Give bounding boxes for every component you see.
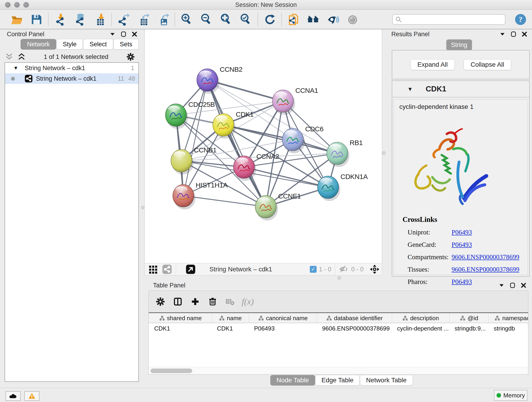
left-splitter-handle[interactable] [141,206,145,209]
panel-close-icon[interactable] [132,31,138,37]
selected-nodes-checkbox[interactable]: ✓ [310,266,317,273]
bottom-splitter-handle[interactable] [337,276,341,280]
cloud-status-button[interactable] [6,391,21,401]
delete-column-icon[interactable] [207,296,218,307]
selected-count: 1 - 0 [319,266,331,273]
panel-close-icon[interactable] [521,31,527,37]
tab-select[interactable]: Select [83,39,113,50]
network-badge-icon[interactable] [162,264,172,274]
import-table-icon[interactable] [90,12,109,27]
table-cell[interactable]: 9606.ENSP00000378699 [317,323,392,334]
network-node-CDC25B[interactable] [165,104,188,129]
export-image-icon[interactable] [153,12,173,27]
crosslink-link[interactable]: 9606.ENSP00000378699 [452,266,519,273]
table-row[interactable]: CDK1CDK1P064939606.ENSP00000378699cyclin… [149,323,528,334]
network-node-CCNB2[interactable] [197,69,220,94]
gene-name: CDK1 [426,85,446,93]
tab-network-table[interactable]: Network Table [360,375,413,385]
open-view-in-window-icon[interactable] [186,264,196,274]
network-options-gear-icon[interactable] [126,52,135,61]
panel-float-icon[interactable] [120,31,127,37]
create-column-icon[interactable] [190,296,201,307]
table-cell[interactable]: CDK1 [149,323,212,334]
panel-menu-icon[interactable] [109,31,115,37]
table-horizontal-scrollbar[interactable] [149,367,528,374]
right-splitter-handle[interactable] [382,151,386,155]
scrollbar-thumb[interactable] [151,369,192,373]
collapse-all-button[interactable]: Collapse All [463,59,511,70]
network-node-CDKN1A[interactable] [317,176,340,201]
network-node-CDC6[interactable] [282,128,305,153]
table-tabs: Node Table Edge Table Network Table [270,375,413,385]
column-header-name[interactable]: name [212,313,249,323]
tab-string[interactable]: String [446,39,472,51]
refresh-icon[interactable] [260,12,279,27]
tab-style[interactable]: Style [56,39,83,50]
import-network-icon[interactable] [51,12,70,27]
string-homes-icon[interactable] [303,12,323,27]
panel-close-icon[interactable] [520,282,526,288]
network-row-selected[interactable]: String Network – cdk1 11 48 [5,73,138,84]
search-input[interactable] [392,14,505,25]
hide-labels-icon[interactable] [323,12,343,27]
tab-network[interactable]: Network [21,39,56,50]
show-columns-icon[interactable] [172,296,184,307]
import-database-icon[interactable] [70,12,90,27]
column-header-namespace[interactable]: namespace [489,313,528,323]
expand-all-networks-icon[interactable] [17,53,26,61]
node-label-CDK1: CDK1 [236,110,254,118]
collection-label: String Network – cdk1 [25,65,85,72]
panel-float-icon[interactable] [510,31,516,37]
panel-menu-icon[interactable] [499,282,505,288]
collapse-all-networks-icon[interactable] [5,53,14,61]
zoom-out-icon[interactable] [196,12,216,27]
zoom-selected-icon[interactable] [236,12,256,27]
network-node-RB1[interactable] [327,142,349,167]
save-session-icon[interactable] [27,12,46,27]
network-node-CCNE1[interactable] [255,196,278,220]
open-session-icon[interactable] [7,12,27,27]
toolbar-separator [111,13,112,26]
memory-button[interactable]: Memory [494,390,527,401]
table-cell[interactable]: stringdb:9... [450,323,489,334]
expand-all-button[interactable]: Expand All [410,59,455,70]
column-header-shared-name[interactable]: shared name [149,313,212,323]
export-network-icon[interactable] [114,12,133,27]
zoom-in-icon[interactable] [177,12,196,27]
column-header-description[interactable]: description [392,313,450,323]
network-node-HIST1H1A[interactable] [173,185,196,210]
tab-node-table[interactable]: Node Table [270,375,315,385]
tab-sets[interactable]: Sets [114,39,139,50]
control-panel-title: Control Panel [7,31,44,38]
edge-CCNB2-HIST1H1A[interactable] [183,80,207,196]
document-share-icon[interactable] [284,12,303,27]
help-icon[interactable]: ? [515,13,526,26]
panel-menu-icon[interactable] [500,31,505,37]
column-header-canonical-name[interactable]: canonical name [249,313,317,323]
network-collection-row[interactable]: ▼ String Network – cdk1 1 [5,63,138,73]
edge-HIST1H1A-CCNE1[interactable] [183,196,266,207]
section-expander-icon[interactable]: ▼ [407,86,413,92]
crosslink-link[interactable]: P06493 [452,241,472,249]
column-header-database-identifier[interactable]: database identifier [317,313,392,323]
network-canvas[interactable]: CCNB2CCNA1CDC25BCDK1CDC6RB1CCNB1CCNA2CDK… [144,29,382,263]
tab-edge-table[interactable]: Edge Table [315,375,360,385]
table-cell[interactable]: stringdb [489,323,528,334]
grid-view-icon[interactable] [148,264,158,274]
network-node-CDK1[interactable] [213,114,235,139]
table-cell[interactable]: cyclin-dependent ... [392,323,450,334]
network-node-CCNA1[interactable] [272,90,295,115]
table-options-gear-icon[interactable] [155,296,166,307]
panel-float-icon[interactable] [510,282,515,288]
table-cell[interactable]: P06493 [249,323,317,334]
glass-ball-icon[interactable] [343,12,362,27]
crosslink-link[interactable]: P06493 [452,229,472,236]
crosslink-link[interactable]: 9606.ENSP00000378699 [452,253,519,261]
table-cell[interactable]: CDK1 [212,323,249,334]
warnings-button[interactable] [24,391,39,401]
export-table-icon[interactable] [133,12,153,27]
column-header--id[interactable]: @id [450,313,489,323]
zoom-fit-icon[interactable] [216,12,236,27]
collection-expander-icon[interactable]: ▼ [13,65,18,71]
birdseye-view-icon[interactable] [370,264,380,274]
